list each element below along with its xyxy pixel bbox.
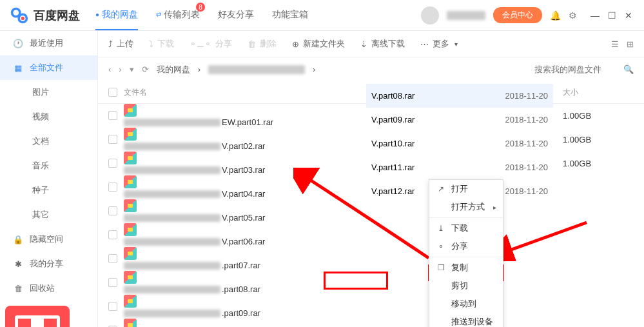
row-checkbox[interactable] [108, 135, 117, 144]
tab-my-pan[interactable]: ●我的网盘 [95, 0, 138, 30]
row-checkbox[interactable] [108, 206, 117, 215]
sidebar-item-images[interactable]: 图片 [0, 80, 97, 104]
rar-file-icon [124, 295, 137, 308]
row-checkbox[interactable] [108, 254, 117, 263]
close-button[interactable]: ✕ [623, 10, 634, 21]
table-row[interactable]: .part09.rar [98, 295, 644, 319]
notification-icon[interactable]: 🔔 [550, 10, 561, 21]
row-checkbox[interactable] [108, 183, 117, 192]
row-checkbox[interactable] [108, 302, 117, 311]
search-input[interactable] [534, 64, 618, 74]
sidebar-item-torrents[interactable]: 种子 [0, 178, 97, 203]
sidebar-item-videos[interactable]: 视频 [0, 104, 97, 129]
file-name-cell: .part10.rar [124, 319, 463, 327]
filename-suffix: V.part05.rar [222, 213, 265, 223]
filename-prefix-blurred [124, 119, 220, 126]
minimize-button[interactable]: — [590, 10, 600, 21]
rar-file-icon [124, 175, 137, 188]
filename-suffix: .part09.rar [222, 308, 260, 318]
menu-copy[interactable]: ❐复制 [429, 259, 503, 277]
new-folder-button[interactable]: ⊕新建文件夹 [292, 38, 345, 50]
table-row[interactable]: .part08.rar [98, 271, 644, 295]
second-panel-row[interactable]: V.part08.rar 2018-11-20 [366, 84, 553, 108]
lock-icon: 🔒 [13, 235, 23, 244]
menu-share[interactable]: ⚬分享 [429, 237, 503, 255]
rar-file-icon [124, 128, 137, 141]
breadcrumb-root[interactable]: 我的网盘 [157, 64, 190, 75]
upload-button[interactable]: ⤴上传 [108, 38, 133, 50]
file-name-cell: .part09.rar [124, 295, 463, 318]
sidebar-item-docs[interactable]: 文档 [0, 129, 97, 154]
second-panel-row[interactable]: V.part11.rar 2018-11-20 [366, 155, 553, 179]
offline-icon: ⇣ [360, 39, 367, 49]
table-row[interactable]: .part10.rar [98, 319, 644, 328]
share-icon: ⚬ [436, 242, 446, 251]
tab-friend-share[interactable]: 好友分享 [218, 0, 254, 30]
sidebar-item-myshare[interactable]: ✱我的分享 [0, 252, 97, 276]
sidebar-item-hidden[interactable]: 🔒隐藏空间 [0, 227, 97, 252]
offline-download-button[interactable]: ⇣离线下载 [360, 38, 405, 50]
more-icon: ⋯ [420, 39, 429, 49]
second-panel-row[interactable]: V.part10.rar 2018-11-20 [366, 132, 553, 155]
maximize-button[interactable]: ☐ [607, 10, 617, 21]
open-icon: ↗ [436, 184, 446, 193]
logo-area: 百度网盘 [10, 6, 80, 25]
menu-cut[interactable]: 剪切 [429, 277, 503, 295]
chevron-down-icon: ▾ [454, 41, 458, 48]
row-checkbox[interactable] [108, 111, 117, 120]
tab-toolbox[interactable]: 功能宝箱 [272, 0, 308, 30]
second-row-name: V.part10.rar [371, 139, 415, 148]
col-header-size[interactable]: 大小 [563, 87, 634, 98]
filename-suffix: EW.part01.rar [222, 117, 273, 127]
share-button[interactable]: ⚬⚊⚬分享 [190, 38, 232, 50]
table-row[interactable]: .part07.rar [98, 247, 644, 271]
menu-push-device[interactable]: 推送到设备 [429, 313, 503, 327]
nav-dropdown-button[interactable]: ▾ [130, 64, 134, 74]
row-checkbox[interactable] [108, 230, 117, 239]
second-row-name: V.part12.rar [371, 186, 415, 196]
file-size-cell: 1.00GB [563, 159, 634, 168]
sidebar-item-trash[interactable]: 🗑回收站 [0, 276, 97, 301]
menu-open[interactable]: ↗打开 [429, 180, 503, 198]
download-icon: ⤓ [436, 224, 446, 233]
grid-view-button[interactable]: ⊞ [627, 39, 634, 49]
trash-icon: 🗑 [13, 284, 23, 293]
nav-forward-button[interactable]: › [119, 64, 121, 74]
sidebar-item-all-files[interactable]: ▦全部文件 [0, 55, 97, 80]
vip-button[interactable]: 会员中心 [493, 7, 542, 23]
avatar[interactable] [421, 6, 439, 25]
table-row[interactable]: V.part06.rar [98, 223, 644, 247]
menu-open-with[interactable]: 打开方式▸ [429, 198, 503, 216]
row-checkbox[interactable] [108, 278, 117, 287]
svg-rect-5 [18, 319, 31, 327]
tab-transfer[interactable]: ⇄传输列表8 [156, 0, 200, 30]
breadcrumb-folder[interactable] [208, 65, 305, 74]
more-button[interactable]: ⋯更多▾ [420, 38, 458, 50]
select-all-checkbox[interactable] [108, 88, 117, 97]
nav-back-button[interactable]: ‹ [108, 64, 111, 74]
sidebar-item-other[interactable]: 其它 [0, 203, 97, 227]
sidebar-item-music[interactable]: 音乐 [0, 154, 97, 178]
top-header: 百度网盘 ●我的网盘 ⇄传输列表8 好友分享 功能宝箱 会员中心 🔔 ⚙ — ☐… [0, 0, 644, 31]
share-icon: ⚬⚊⚬ [190, 39, 211, 49]
transfer-badge: 8 [196, 3, 205, 12]
rar-file-icon [124, 223, 137, 236]
clock-icon: 🕐 [13, 39, 23, 48]
download-button[interactable]: ⤵下载 [149, 38, 174, 50]
delete-button[interactable]: 🗑删除 [248, 38, 277, 50]
settings-icon[interactable]: ⚙ [569, 10, 577, 21]
search-icon[interactable]: 🔍 [623, 64, 634, 74]
list-view-button[interactable]: ☰ [611, 39, 619, 49]
second-panel-row[interactable]: V.part09.rar 2018-11-20 [366, 108, 553, 132]
breadcrumb-separator: › [313, 64, 315, 74]
sidebar-item-recent[interactable]: 🕐最近使用 [0, 31, 97, 55]
nav-refresh-button[interactable]: ⟳ [142, 64, 149, 74]
rar-file-icon [124, 152, 137, 164]
menu-move-to[interactable]: 移动到 [429, 295, 503, 313]
filename-prefix-blurred [124, 310, 220, 317]
window-controls: — ☐ ✕ [590, 10, 634, 21]
file-size-cell: 1.00GB [563, 135, 634, 144]
menu-download[interactable]: ⤓下载 [429, 219, 503, 237]
rar-file-icon [124, 247, 137, 260]
row-checkbox[interactable] [108, 159, 117, 168]
